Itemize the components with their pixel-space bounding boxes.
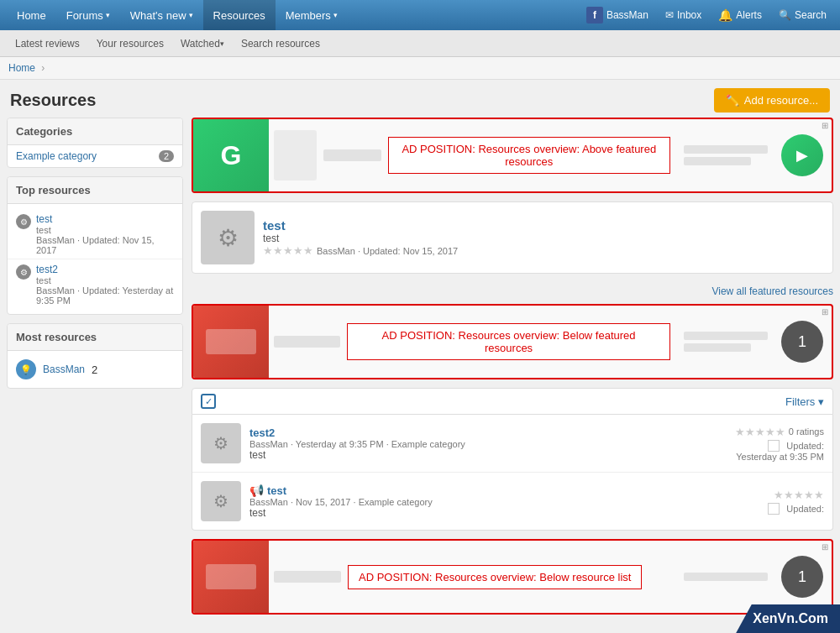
resource-checkbox[interactable] bbox=[768, 503, 780, 515]
top-resource-name-link[interactable]: test bbox=[36, 213, 52, 225]
updated-value: Yesterday at 9:35 PM bbox=[715, 452, 824, 462]
nav-whats-new[interactable]: What's new ▾ bbox=[120, 0, 203, 30]
filters-arrow: ▾ bbox=[818, 395, 824, 408]
most-resource-user-link[interactable]: BassMan bbox=[43, 364, 85, 375]
resource-meta: BassMan · Yesterday at 9:35 PM · Example… bbox=[249, 439, 706, 449]
top-resource-desc: test bbox=[36, 275, 174, 285]
nav-home[interactable]: Home bbox=[7, 0, 56, 30]
nav-members[interactable]: Members ▾ bbox=[276, 0, 348, 30]
ad-blurred-2 bbox=[684, 157, 751, 165]
envelope-icon: ✉ bbox=[665, 9, 674, 21]
filters-button[interactable]: Filters ▾ bbox=[785, 395, 824, 408]
forums-arrow: ▾ bbox=[106, 11, 110, 19]
nav-watched[interactable]: Watched bbox=[172, 30, 233, 57]
search-icon: 🔍 bbox=[779, 9, 791, 21]
search-label: Search bbox=[795, 9, 827, 21]
ad-pixel-tag: ⊞ bbox=[822, 307, 828, 316]
table-row: ⚙ 📢 test BassMan · Nov 15, 2017 · Exampl… bbox=[192, 473, 832, 530]
sidebar-item-example-category[interactable]: Example category 2 bbox=[8, 145, 182, 167]
resource-list-info: 📢 test BassMan · Nov 15, 2017 · Example … bbox=[249, 484, 706, 519]
ad-blurred-1 bbox=[684, 145, 768, 154]
resource-rating: ★★★★★ BassMan · Updated: Nov 15, 2017 bbox=[263, 244, 824, 257]
alerts-button[interactable]: 🔔 Alerts bbox=[711, 0, 769, 30]
resource-list-right: ★★★★★ Updated: bbox=[715, 489, 824, 515]
resource-meta: BassMan · Nov 15, 2017 · Example categor… bbox=[249, 497, 706, 507]
top-navigation: Home Forums ▾ What's new ▾ Resources Mem… bbox=[0, 0, 840, 30]
secondary-navigation: Latest reviews Your resources Watched Se… bbox=[0, 30, 840, 57]
list-item: ⚙ test2 test BassMan · Updated: Yesterda… bbox=[8, 259, 182, 309]
notification-icon: 📢 bbox=[249, 484, 264, 497]
resource-desc: test bbox=[249, 507, 706, 519]
category-count: 2 bbox=[159, 150, 174, 162]
stars-icon: ★★★★★ bbox=[774, 489, 824, 501]
whats-new-arrow: ▾ bbox=[189, 11, 193, 19]
view-all-featured-link[interactable]: View all featured resources bbox=[711, 285, 833, 297]
updated-label: Updated: bbox=[786, 441, 824, 451]
inbox-button[interactable]: ✉ Inbox bbox=[659, 0, 708, 30]
top-resources-section: Top resources ⚙ test test BassMan · Upda… bbox=[7, 176, 183, 315]
ad-pixel-tag: ⊞ bbox=[822, 121, 828, 130]
ratings-count: 0 ratings bbox=[789, 426, 824, 437]
nav-search-resources[interactable]: Search resources bbox=[233, 30, 328, 57]
ad-label: AD POSITION: Resources overview: Below f… bbox=[347, 323, 670, 360]
table-row: ⚙ test2 BassMan · Yesterday at 9:35 PM ·… bbox=[192, 415, 832, 473]
resource-meta: BassMan · Updated: Nov 15, 2017 bbox=[317, 246, 458, 256]
breadcrumb-separator: › bbox=[41, 62, 45, 74]
resource-list-right: ★★★★★ 0 ratings Updated: Yesterday at 9:… bbox=[715, 426, 824, 462]
user-button[interactable]: f BassMan bbox=[580, 0, 655, 30]
alerts-label: Alerts bbox=[736, 9, 762, 21]
resource-info: test test ★★★★★ BassMan · Updated: Nov 1… bbox=[263, 218, 824, 257]
main-layout: Categories Example category 2 Top resour… bbox=[0, 118, 840, 633]
categories-title: Categories bbox=[8, 118, 182, 145]
ad-text-blur bbox=[274, 571, 341, 583]
top-resource-info: test2 test BassMan · Updated: Yesterday … bbox=[36, 263, 174, 306]
top-resource-desc: test bbox=[36, 225, 174, 235]
gear-icon: ⚙ bbox=[16, 214, 31, 229]
search-button[interactable]: 🔍 Search bbox=[772, 0, 833, 30]
ad-above-featured: ⊞ G AD POSITION: Resources overview: Abo… bbox=[192, 118, 833, 193]
featured-resource: ⚙ test test ★★★★★ BassMan · Updated: Nov… bbox=[192, 201, 833, 274]
most-resource-count: 2 bbox=[92, 364, 97, 376]
category-link[interactable]: Example category bbox=[16, 150, 97, 162]
top-resource-meta: BassMan · Updated: Yesterday at 9:35 PM bbox=[36, 285, 174, 306]
add-resource-button[interactable]: ✏️ Add resource... bbox=[714, 88, 830, 112]
top-resource-name-link[interactable]: test2 bbox=[36, 264, 58, 275]
ad-left-graphic-red bbox=[193, 541, 269, 613]
top-resource-info: test test BassMan · Updated: Nov 15, 201… bbox=[36, 212, 174, 255]
edit-icon: ✏️ bbox=[726, 94, 739, 107]
page-title: Resources bbox=[10, 91, 96, 110]
watermark: XenVn.Com bbox=[736, 604, 840, 633]
top-resources-title: Top resources bbox=[8, 177, 182, 204]
resource-title[interactable]: test bbox=[263, 218, 824, 233]
sidebar: Categories Example category 2 Top resour… bbox=[7, 118, 183, 623]
ad-text-blur bbox=[323, 149, 381, 161]
resource-list-info: test2 BassMan · Yesterday at 9:35 PM · E… bbox=[249, 426, 706, 461]
select-all-checkbox[interactable]: ✓ bbox=[201, 394, 216, 409]
bell-icon: 🔔 bbox=[718, 8, 732, 22]
nav-your-resources[interactable]: Your resources bbox=[88, 30, 172, 57]
ad-left-graphic: G bbox=[193, 119, 269, 191]
nav-right: f BassMan ✉ Inbox 🔔 Alerts 🔍 Search bbox=[580, 0, 833, 30]
nav-resources[interactable]: Resources bbox=[203, 0, 276, 30]
most-resources-section: Most resources 💡 BassMan 2 bbox=[7, 323, 183, 389]
ad-left-graphic-red bbox=[193, 306, 269, 378]
resource-rating: ★★★★★ bbox=[715, 489, 824, 501]
nav-latest-reviews[interactable]: Latest reviews bbox=[7, 30, 88, 57]
most-resources-list: 💡 BassMan 2 bbox=[8, 351, 182, 388]
top-resources-list: ⚙ test test BassMan · Updated: Nov 15, 2… bbox=[8, 204, 182, 314]
ad-thumb-icon: 1 bbox=[781, 321, 823, 363]
ad-blurred-1 bbox=[684, 332, 768, 340]
user-avatar: 💡 bbox=[16, 359, 36, 379]
nav-forums[interactable]: Forums ▾ bbox=[56, 0, 120, 30]
ad-label: AD POSITION: Resources overview: Below r… bbox=[348, 565, 642, 589]
resource-title-link[interactable]: test bbox=[267, 484, 286, 497]
page-header: Resources ✏️ Add resource... bbox=[0, 80, 840, 118]
filters-label: Filters bbox=[785, 395, 815, 408]
breadcrumb: Home › bbox=[0, 57, 840, 80]
ad-pixel-tag: ⊞ bbox=[822, 542, 828, 552]
resource-checkbox[interactable] bbox=[768, 440, 780, 452]
breadcrumb-home[interactable]: Home bbox=[8, 62, 35, 74]
ad-blurred-1 bbox=[684, 573, 768, 581]
resource-title-link[interactable]: test2 bbox=[249, 426, 706, 439]
content-area: ⊞ G AD POSITION: Resources overview: Abo… bbox=[192, 118, 833, 623]
